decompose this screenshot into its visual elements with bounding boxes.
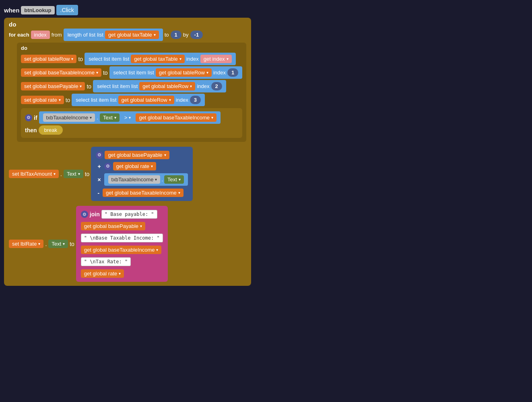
set-basepayable-row: set global basePayable to select list it… bbox=[21, 80, 242, 92]
index-label-3: index bbox=[197, 83, 209, 89]
gear-icon-4: ⚙ bbox=[81, 211, 88, 218]
string-val-3[interactable]: " \nTax Rate: " bbox=[81, 257, 131, 266]
from-label: from bbox=[52, 32, 62, 38]
gear-icon-3: ⚙ bbox=[104, 163, 111, 170]
join-block-container: ⚙ join " Base payable: " get global base… bbox=[76, 206, 168, 282]
text-prop-1[interactable]: Text bbox=[100, 113, 120, 122]
get-base-payable-join[interactable]: get global basePayable bbox=[81, 222, 145, 230]
join-row5: " \nTax Rate: " bbox=[81, 257, 163, 266]
btn-name[interactable]: btnLookup bbox=[21, 6, 54, 14]
dot-2: . bbox=[161, 176, 163, 183]
do-container: do set global tableRow to select list it… bbox=[17, 43, 246, 142]
join-label: join bbox=[90, 211, 100, 217]
join-row3: " \nBase Taxable Income: " bbox=[81, 234, 163, 242]
set-basetaxable-row: set global baseTaxableIncome to select l… bbox=[21, 66, 242, 79]
length-of-list-label: length of list bbox=[68, 32, 95, 38]
get-base-taxable-join[interactable]: get global baseTaxableIncome bbox=[81, 246, 162, 254]
for-loop-row: for each index from length of list list … bbox=[9, 29, 246, 41]
list-label-1: list bbox=[97, 32, 103, 38]
select-list-item-1: select list item list get global taxTabl… bbox=[85, 53, 235, 65]
to-label: to bbox=[165, 32, 169, 38]
get-index-1[interactable]: get index bbox=[200, 55, 232, 63]
when-label: when bbox=[4, 7, 19, 14]
set-tablerow-var[interactable]: set global tableRow bbox=[21, 55, 76, 63]
click-label: .Click bbox=[56, 5, 78, 15]
minus-op: - bbox=[96, 190, 101, 196]
tax-math-block: ⚙ get global basePayable + ⚙ get global … bbox=[91, 147, 192, 201]
get-base-payable-val[interactable]: get global basePayable bbox=[105, 151, 169, 159]
index-label-1: index bbox=[186, 56, 199, 62]
dot-rate: . bbox=[45, 241, 47, 247]
outer-container: do for each index from length of list li… bbox=[4, 18, 251, 286]
select-list-item-4: select list item list get global tableRo… bbox=[72, 94, 205, 106]
to-tax: to bbox=[85, 171, 90, 177]
multiply-op: × bbox=[96, 176, 102, 183]
set-basepayable-var[interactable]: set global basePayable bbox=[21, 82, 85, 90]
get-taxtable-var[interactable]: get global taxTable bbox=[105, 31, 159, 39]
get-tablerow-3[interactable]: get global tableRow bbox=[118, 96, 174, 104]
break-block[interactable]: break bbox=[39, 125, 63, 135]
canvas: when btnLookup .Click do for each index … bbox=[4, 5, 519, 399]
join-row2: get global basePayable bbox=[81, 222, 163, 230]
text-prop-2[interactable]: Text bbox=[164, 175, 184, 184]
index-val-2[interactable]: 2 bbox=[211, 82, 222, 90]
if-label: if bbox=[34, 115, 37, 121]
index-val-1[interactable]: 1 bbox=[227, 68, 238, 77]
length-of-list-block: length of list list get global taxTable bbox=[64, 29, 163, 41]
if-condition: txbTaxableIncome . Text > get global bas… bbox=[39, 111, 221, 124]
dot-1: . bbox=[97, 115, 98, 121]
get-base-taxable-compare[interactable]: get global baseTaxableIncome bbox=[136, 113, 217, 122]
get-base-taxable-2[interactable]: get global baseTaxableIncome bbox=[103, 189, 184, 197]
txb-comp-2[interactable]: txbTaxableIncome bbox=[108, 175, 161, 184]
index-label-4: index bbox=[176, 97, 188, 103]
select-list-item-3: select list item list get global tableRo… bbox=[93, 80, 226, 92]
global-taxtable: global taxTable bbox=[117, 32, 152, 38]
text-prop-tax[interactable]: Text bbox=[64, 170, 83, 178]
index-variable[interactable]: index bbox=[31, 31, 50, 39]
text-prop-rate[interactable]: Text bbox=[48, 240, 68, 248]
join-header: ⚙ join " Base payable: " bbox=[81, 210, 163, 219]
get-tablerow-2[interactable]: get global tableRow bbox=[139, 82, 195, 90]
index-val-3[interactable]: 3 bbox=[190, 96, 201, 104]
join-row6: get global rate bbox=[81, 269, 163, 278]
to-4: to bbox=[66, 97, 70, 103]
to-1: to bbox=[78, 56, 83, 62]
set-lblrate-var[interactable]: set lblRate bbox=[9, 240, 43, 248]
select-list-item-label-2: select list item list bbox=[113, 70, 154, 76]
set-tablerow-row: set global tableRow to select list item … bbox=[21, 53, 242, 65]
select-list-item-2: select list item list get global tableRo… bbox=[109, 66, 243, 79]
set-tax-amount-outer: set lblTaxAmount . Text to ⚙ get global … bbox=[9, 145, 246, 203]
trigger-row: when btnLookup .Click bbox=[4, 5, 519, 15]
select-list-item-label-1: select list item list bbox=[89, 56, 129, 62]
set-lbltaxamount-var[interactable]: set lblTaxAmount bbox=[9, 170, 59, 178]
select-list-item-label-4: select list item list bbox=[76, 97, 116, 103]
greater-than-op[interactable]: > bbox=[121, 113, 134, 122]
get-rate-val[interactable]: get global rate bbox=[113, 162, 156, 170]
dot-tax: . bbox=[60, 171, 62, 177]
set-basetaxable-var[interactable]: set global baseTaxableIncome bbox=[21, 68, 101, 77]
string-val-2[interactable]: " \nBase Taxable Income: " bbox=[81, 234, 163, 242]
set-rate-var[interactable]: set global rate bbox=[21, 96, 64, 104]
if-container: ⚙ if txbTaxableIncome . Text > get globa… bbox=[21, 108, 242, 138]
select-list-item-label-3: select list item list bbox=[97, 83, 138, 89]
step-val[interactable]: -1 bbox=[190, 31, 203, 39]
to-rate: to bbox=[70, 241, 74, 247]
join-row4: get global baseTaxableIncome bbox=[81, 246, 163, 254]
get-tablerow-1[interactable]: get global tableRow bbox=[156, 68, 212, 77]
get-taxtable-1[interactable]: get global taxTable bbox=[131, 55, 184, 63]
string-val-1[interactable]: " Base payable: " bbox=[101, 210, 157, 219]
txb-taxable-income-2: txbTaxableIncome . Text bbox=[104, 173, 188, 186]
start-val[interactable]: 1 bbox=[171, 31, 181, 39]
index-label-2: index bbox=[213, 70, 226, 76]
get-rate-join[interactable]: get global rate bbox=[81, 269, 124, 278]
by-label: by bbox=[183, 32, 189, 38]
then-row: then break bbox=[25, 125, 238, 135]
tax-math-row4: - get global baseTaxableIncome bbox=[96, 189, 188, 197]
txb-taxable-income[interactable]: txbTaxableIncome bbox=[43, 113, 95, 122]
gear-icon-1: ⚙ bbox=[25, 114, 32, 121]
gear-icon-2: ⚙ bbox=[96, 152, 103, 159]
then-label: then bbox=[25, 127, 37, 133]
tax-math-row2: + ⚙ get global rate bbox=[96, 162, 188, 170]
if-row: ⚙ if txbTaxableIncome . Text > get globa… bbox=[25, 111, 238, 124]
do-label: do bbox=[9, 21, 16, 28]
